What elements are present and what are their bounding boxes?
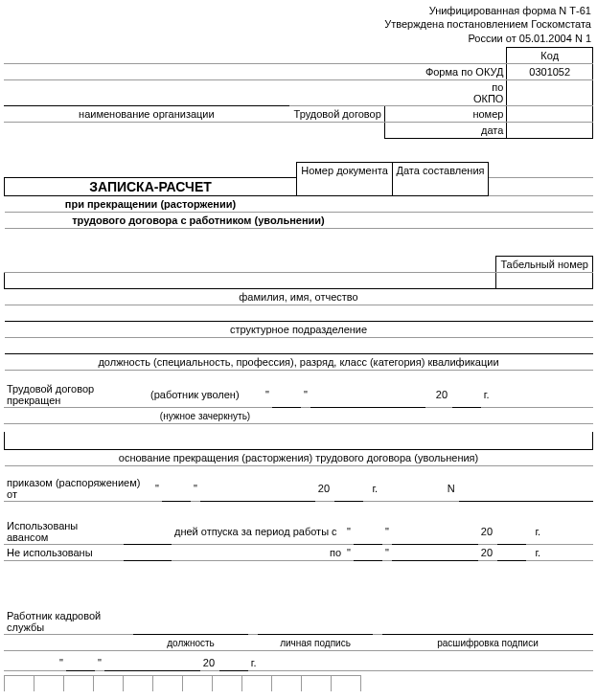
g3: г. xyxy=(526,519,550,545)
sub1: при прекращении (расторжении) xyxy=(5,196,297,213)
neisp-days[interactable] xyxy=(124,545,172,561)
tabnum-label: Табельный номер xyxy=(496,257,593,273)
sign-month[interactable] xyxy=(104,655,200,671)
codes-table: Код Форма по ОКУД 0301052 по ОКПО наимен… xyxy=(4,47,593,139)
okpo-label: по ОКПО xyxy=(470,79,507,105)
bottom-ticks xyxy=(4,675,593,691)
y20: 20 xyxy=(433,382,452,408)
signer-pos-value[interactable] xyxy=(133,609,248,635)
v-month1[interactable] xyxy=(392,519,478,545)
prikaz-table: приказом (распоряжением) от " " 20 г. N xyxy=(4,476,593,502)
term-uvolen: (работник уволен) xyxy=(148,382,263,408)
vacation-table: Использованы авансом дней отпуска за пер… xyxy=(4,519,593,561)
td-label: Трудовой договор xyxy=(289,105,385,122)
date-doc-label: Дата составления xyxy=(393,162,489,178)
prikaz-label: приказом (распоряжением) от xyxy=(4,476,152,502)
num-doc-label: Номер документа xyxy=(297,162,393,178)
struct-label: структурное подразделение xyxy=(5,322,593,338)
signer-sig-value[interactable] xyxy=(258,609,373,635)
signer-table: Работник кадровой службы должность лична… xyxy=(4,609,593,651)
y20e: 20 xyxy=(200,655,219,671)
term-month[interactable] xyxy=(310,382,425,408)
okud-value: 0301052 xyxy=(507,63,593,79)
term-year[interactable] xyxy=(452,382,481,408)
avans-days[interactable] xyxy=(124,519,172,545)
v-year2[interactable] xyxy=(497,545,526,561)
title-table: Номер документа Дата составления ЗАПИСКА… xyxy=(4,162,593,230)
header-line2: Утверждена постановлением Госкомстата xyxy=(384,18,591,30)
prikaz-num[interactable] xyxy=(459,476,593,502)
term-prefix: Трудовой договор прекращен xyxy=(4,382,148,408)
signer-sig: личная подпись xyxy=(258,635,373,651)
struct-value[interactable] xyxy=(5,305,593,322)
v-day1[interactable] xyxy=(354,519,382,545)
g1: г. xyxy=(481,382,510,408)
date-doc-value[interactable] xyxy=(393,178,489,196)
position-label: должность (специальность, профессия), ра… xyxy=(5,354,593,371)
osnov-label: основание прекращения (расторжения) труд… xyxy=(5,450,593,466)
termination-table: Трудовой договор прекращен (работник уво… xyxy=(4,382,593,424)
g2: г. xyxy=(363,476,387,502)
nuzh: (нужное зачеркнуть) xyxy=(148,408,263,424)
fio-value[interactable] xyxy=(5,273,496,289)
v-day2[interactable] xyxy=(354,545,382,561)
signer-dec-value[interactable] xyxy=(382,609,593,635)
neisp-label: Не использованы xyxy=(4,545,124,561)
prikaz-year[interactable] xyxy=(334,476,363,502)
signer-pos: должность xyxy=(133,635,248,651)
prikaz-month[interactable] xyxy=(200,476,315,502)
sub2: трудового договора с работником (увольне… xyxy=(5,213,393,229)
v-year1[interactable] xyxy=(497,519,526,545)
avans-label: Использованы авансом xyxy=(4,519,124,545)
nomer-label: номер xyxy=(470,105,507,122)
signer-label: Работник кадровой службы xyxy=(4,609,133,635)
sign-year[interactable] xyxy=(219,655,248,671)
data-value[interactable] xyxy=(507,122,593,138)
g5: г. xyxy=(248,655,277,671)
okpo-value[interactable] xyxy=(507,79,593,105)
num-doc-value[interactable] xyxy=(297,178,393,196)
header-line1: Унифицированная форма N Т-61 xyxy=(429,5,591,16)
y20c: 20 xyxy=(478,519,497,545)
signer-dec: расшифровка подписи xyxy=(382,635,593,651)
term-day[interactable] xyxy=(272,382,301,408)
osnov-table: основание прекращения (расторжения) труд… xyxy=(4,432,593,466)
position-value[interactable] xyxy=(5,338,593,354)
okud-label: Форма по ОКУД xyxy=(384,63,507,79)
y20b: 20 xyxy=(315,476,334,502)
sign-date-table: " " 20 г. xyxy=(4,655,593,671)
tabnum-value[interactable] xyxy=(496,273,593,289)
kod-label: Код xyxy=(507,47,593,63)
form-header: Унифицированная форма N Т-61 Утверждена … xyxy=(4,4,593,45)
g4: г. xyxy=(526,545,550,561)
org-label: наименование организации xyxy=(4,105,289,122)
N: N xyxy=(445,476,459,502)
v-month2[interactable] xyxy=(392,545,478,561)
data-label: дата xyxy=(470,122,507,138)
prikaz-day[interactable] xyxy=(162,476,191,502)
dnei-label: дней отпуска за период работы с xyxy=(172,519,344,545)
y20d: 20 xyxy=(478,545,497,561)
sign-day[interactable] xyxy=(66,655,95,671)
tabnum-table: Табельный номер фамилия, имя, отчество с… xyxy=(4,256,593,371)
nomer-value[interactable] xyxy=(507,105,593,122)
header-line3: России от 05.01.2004 N 1 xyxy=(468,33,591,44)
doc-title: ЗАПИСКА-РАСЧЕТ xyxy=(5,178,297,196)
fio-label: фамилия, имя, отчество xyxy=(5,289,593,305)
po-label: по xyxy=(172,545,344,561)
osnov-value[interactable] xyxy=(5,432,593,450)
